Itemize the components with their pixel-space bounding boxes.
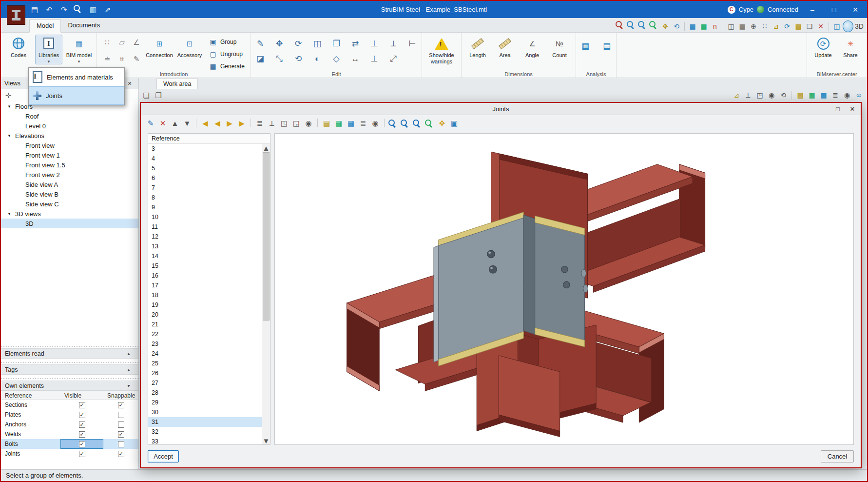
visible-cell[interactable]: ✓	[60, 420, 103, 429]
snappable-cell[interactable]	[103, 410, 138, 420]
bim-model-button[interactable]: ▦ BIM model ▾	[65, 35, 93, 64]
visible-cell[interactable]: ✓	[60, 449, 103, 459]
share-button[interactable]: ✳ Share	[838, 35, 863, 59]
welds-snappable-checkbox[interactable]: ✓	[118, 431, 124, 438]
sketch-icon[interactable]: ✎	[130, 53, 143, 64]
next-view-icon[interactable]: ❐	[153, 90, 164, 100]
rotate-copy-icon[interactable]: ⟲	[293, 53, 304, 64]
count-button[interactable]: № Count	[547, 35, 572, 59]
weld-icon[interactable]: ⊥	[369, 53, 380, 64]
plates-snappable-checkbox[interactable]	[118, 412, 124, 418]
grid-icon[interactable]: ▦	[346, 118, 356, 128]
sections-snappable-checkbox[interactable]: ✓	[118, 402, 124, 408]
edit-joint-icon[interactable]: ✎	[145, 118, 156, 128]
stereo-3d-icon[interactable]: ∞	[853, 90, 864, 100]
snappable-cell[interactable]: ✓	[103, 429, 138, 439]
own-elements-bar[interactable]: Own elements ▾	[1, 381, 138, 391]
zoom-extents-icon[interactable]	[424, 119, 435, 127]
joint-row-19[interactable]: 19	[148, 300, 262, 310]
table-row-welds[interactable]: Welds✓✓	[1, 429, 138, 439]
split-view-icon[interactable]: ◫	[831, 20, 842, 32]
scroll-down-icon[interactable]: ▼	[261, 435, 271, 446]
pan-icon[interactable]: ✥	[437, 118, 447, 128]
tree-item-front-view[interactable]: Front view	[1, 141, 138, 150]
joint-row-11[interactable]: 11	[148, 222, 262, 232]
visible-cell[interactable]: ✓	[60, 410, 103, 420]
joint-row-33[interactable]: 33	[148, 437, 262, 444]
libraries-button[interactable]: Libraries ▾	[35, 35, 62, 64]
symmetry-icon[interactable]: ◐	[312, 53, 323, 64]
tree-item-3d-views[interactable]: ▾3D views	[1, 209, 138, 219]
joint-row-18[interactable]: 18	[148, 290, 262, 300]
scrollbar[interactable]: ▲ ▼	[262, 144, 270, 444]
joint-row-20[interactable]: 20	[148, 310, 262, 320]
delete-joint-icon[interactable]: ✕	[157, 118, 168, 128]
joint-row-3[interactable]: 3	[148, 144, 262, 154]
scroll-up-icon[interactable]: ▲	[261, 142, 271, 153]
zoom-window-icon[interactable]	[626, 20, 637, 32]
zoom-extents-icon[interactable]	[649, 20, 659, 32]
layer-grid-icon[interactable]: ▦	[698, 20, 709, 32]
dialog-maximize-button[interactable]: □	[830, 103, 845, 115]
delete-tool-icon[interactable]: ✕	[815, 20, 826, 32]
group-icon[interactable]: ▣	[209, 37, 217, 47]
snappable-cell[interactable]: ✓	[103, 400, 138, 410]
zoom-previous-icon[interactable]	[615, 20, 626, 32]
tree-item-3d[interactable]: 3D	[1, 219, 138, 228]
expand-panel-icon[interactable]: ▾	[123, 382, 134, 390]
angle-icon[interactable]: ∠	[527, 38, 538, 49]
eye-icon[interactable]: ◉	[370, 118, 381, 128]
rotate-section-icon[interactable]: ⟂	[388, 38, 399, 49]
tree-caret-icon[interactable]: ▾	[7, 104, 12, 109]
joint-row-16[interactable]: 16	[148, 271, 262, 281]
joints-dialog-titlebar[interactable]: Joints □✕	[141, 103, 861, 115]
close-button[interactable]: ✕	[845, 1, 866, 18]
texture-icon[interactable]: n	[710, 20, 720, 32]
connection-icon[interactable]: ⊞	[154, 38, 165, 49]
layers-icon[interactable]: ≣	[830, 90, 841, 100]
length-icon[interactable]	[471, 38, 484, 49]
tree-item-elevations[interactable]: ▾Elevations	[1, 131, 138, 141]
close-views-icon[interactable]: ✕	[124, 79, 135, 88]
joint-row-14[interactable]: 14	[148, 251, 262, 261]
align-icon[interactable]: ⇄	[350, 38, 361, 49]
orbit-icon[interactable]: ⟲	[671, 20, 682, 32]
solid-view-icon[interactable]: ◳	[754, 90, 765, 100]
dimension-tool-icon[interactable]: ⊿	[771, 20, 781, 32]
joint-row-10[interactable]: 10	[148, 212, 262, 222]
report-icon[interactable]: ▤	[601, 40, 612, 51]
tree-item-front-view-1-5[interactable]: Front view 1.5	[1, 160, 138, 170]
tree-caret-icon[interactable]: ▾	[7, 211, 12, 216]
collapse-panel-icon[interactable]: ▴	[123, 366, 134, 374]
grid-icon[interactable]: ▦	[737, 20, 748, 32]
table-row-plates[interactable]: Plates✓	[1, 410, 138, 420]
anchors-visible-checkbox[interactable]: ✓	[79, 422, 85, 428]
dialog-close-button[interactable]: ✕	[845, 103, 860, 115]
previous-view-icon[interactable]: ❏	[141, 90, 152, 100]
undo-icon[interactable]: ↶	[44, 4, 55, 15]
copy-icon[interactable]: ❐	[331, 38, 342, 49]
splitter-handle[interactable]	[1, 377, 138, 381]
axes-icon[interactable]: ⟂	[267, 118, 277, 128]
visibility-icon[interactable]: ◉	[303, 118, 314, 128]
stretch-icon[interactable]: ⤡	[274, 53, 285, 64]
joint-row-21[interactable]: 21	[148, 320, 262, 329]
joint-row-12[interactable]: 12	[148, 232, 262, 241]
joint-row-4[interactable]: 4	[148, 154, 262, 163]
libraries-icon[interactable]	[43, 38, 54, 49]
tree-item-front-view-2[interactable]: Front view 2	[1, 170, 138, 180]
share-icon[interactable]: ✳	[845, 38, 856, 49]
joint-3d-viewport[interactable]	[274, 133, 854, 445]
visible-cell[interactable]: ✓	[60, 439, 103, 449]
codes-button[interactable]: Codes	[5, 35, 32, 59]
tree-item-side-view-b[interactable]: Side view B	[1, 189, 138, 199]
joints-snappable-checkbox[interactable]: ✓	[118, 451, 124, 457]
joint-row-13[interactable]: 13	[148, 241, 262, 251]
measure-tool-icon[interactable]: ⊿	[731, 90, 742, 100]
update-button[interactable]: ⟳ Update	[811, 35, 835, 59]
tree-item-roof[interactable]: Roof	[1, 111, 138, 121]
accept-button[interactable]: Accept	[148, 450, 179, 462]
ungroup-button[interactable]: ▢ Ungroup	[206, 49, 247, 60]
table-row-sections[interactable]: Sections✓✓	[1, 400, 138, 410]
bim-model-icon[interactable]: ▦	[74, 38, 84, 49]
